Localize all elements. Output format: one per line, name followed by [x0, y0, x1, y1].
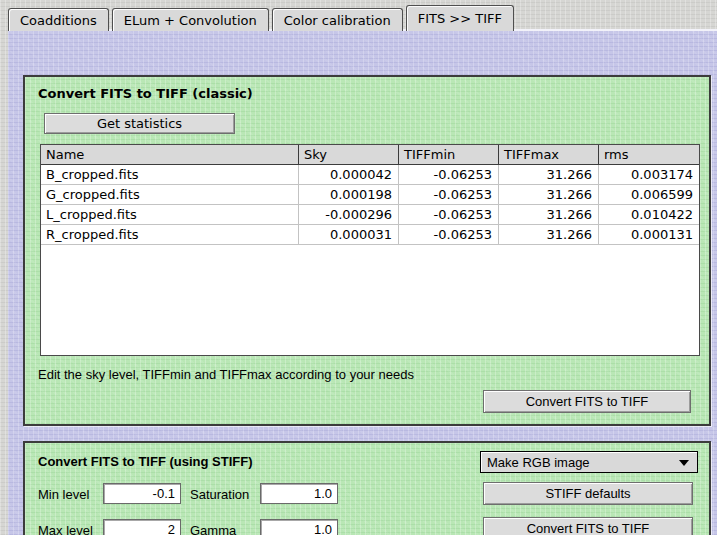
cell-name[interactable]: R_cropped.fits: [41, 225, 299, 245]
cell-value[interactable]: -0.000296: [299, 205, 399, 225]
cell-value[interactable]: -0.06253: [399, 165, 499, 185]
cell-value[interactable]: 0.000042: [299, 165, 399, 185]
gamma-label: Gamma: [190, 523, 236, 535]
max-level-label: Max level: [38, 523, 93, 535]
cell-value[interactable]: 0.006599: [599, 185, 699, 205]
chevron-down-icon: [679, 460, 689, 466]
table-row[interactable]: G_cropped.fits0.000198-0.0625331.2660.00…: [41, 185, 699, 205]
classic-section-title: Convert FITS to TIFF (classic): [38, 86, 253, 101]
table-row[interactable]: R_cropped.fits0.000031-0.0625331.2660.00…: [41, 225, 699, 245]
cell-value[interactable]: 31.266: [499, 205, 599, 225]
cell-value[interactable]: -0.06253: [399, 185, 499, 205]
statistics-table-body: B_cropped.fits0.000042-0.0625331.2660.00…: [41, 165, 699, 245]
stiff-section-panel: Convert FITS to TIFF (using STIFF) Make …: [23, 441, 711, 535]
cell-value[interactable]: 31.266: [499, 185, 599, 205]
classic-section-panel: Convert FITS to TIFF (classic) Get stati…: [23, 75, 711, 426]
app-window: Coadditions ELum + Convolution Color cal…: [0, 0, 717, 535]
table-row[interactable]: B_cropped.fits0.000042-0.0625331.2660.00…: [41, 165, 699, 185]
statistics-table-header: NameSkyTIFFminTIFFmaxrms: [41, 145, 699, 165]
min-level-input[interactable]: [103, 483, 181, 504]
rgb-mode-selected-value: Make RGB image: [487, 455, 590, 470]
cell-value[interactable]: 31.266: [499, 165, 599, 185]
rgb-mode-select[interactable]: Make RGB image: [480, 451, 698, 473]
cell-value[interactable]: -0.06253: [399, 225, 499, 245]
notebook-tab-bar: Coadditions ELum + Convolution Color cal…: [8, 5, 517, 31]
tab-elum-convolution[interactable]: ELum + Convolution: [112, 8, 269, 31]
tab-coadditions[interactable]: Coadditions: [8, 8, 109, 31]
max-level-input[interactable]: [103, 519, 181, 535]
column-header-tiffmin: TIFFmin: [399, 145, 499, 165]
fits-to-tiff-page: Convert FITS to TIFF (classic) Get stati…: [8, 29, 717, 535]
cell-value[interactable]: 0.003174: [599, 165, 699, 185]
cell-value[interactable]: 0.000031: [299, 225, 399, 245]
convert-fits-to-tiff-stiff-button[interactable]: Convert FITS to TIFF: [483, 517, 693, 535]
cell-value[interactable]: -0.06253: [399, 205, 499, 225]
cell-value[interactable]: 0.000131: [599, 225, 699, 245]
convert-fits-to-tiff-classic-button[interactable]: Convert FITS to TIFF: [483, 390, 691, 413]
cell-name[interactable]: L_cropped.fits: [41, 205, 299, 225]
table-row[interactable]: L_cropped.fits-0.000296-0.0625331.2660.0…: [41, 205, 699, 225]
cell-value[interactable]: 0.000198: [299, 185, 399, 205]
stiff-section-title: Convert FITS to TIFF (using STIFF): [38, 454, 252, 469]
cell-name[interactable]: B_cropped.fits: [41, 165, 299, 185]
tab-color-calibration[interactable]: Color calibration: [272, 8, 403, 31]
saturation-label: Saturation: [190, 487, 249, 502]
cell-name[interactable]: G_cropped.fits: [41, 185, 299, 205]
get-statistics-button[interactable]: Get statistics: [44, 113, 235, 134]
statistics-table: NameSkyTIFFminTIFFmaxrms B_cropped.fits0…: [40, 144, 700, 356]
edit-hint-text: Edit the sky level, TIFFmin and TIFFmax …: [38, 367, 414, 382]
column-header-name: Name: [41, 145, 299, 165]
stiff-defaults-button[interactable]: STIFF defaults: [483, 482, 693, 505]
gamma-input[interactable]: [260, 519, 338, 535]
column-header-tiffmax: TIFFmax: [499, 145, 599, 165]
min-level-label: Min level: [38, 487, 89, 502]
cell-value[interactable]: 31.266: [499, 225, 599, 245]
saturation-input[interactable]: [260, 483, 338, 504]
tab-fits-to-tiff[interactable]: FITS >> TIFF: [406, 5, 514, 31]
column-header-sky: Sky: [299, 145, 399, 165]
column-header-rms: rms: [599, 145, 699, 165]
cell-value[interactable]: 0.010422: [599, 205, 699, 225]
